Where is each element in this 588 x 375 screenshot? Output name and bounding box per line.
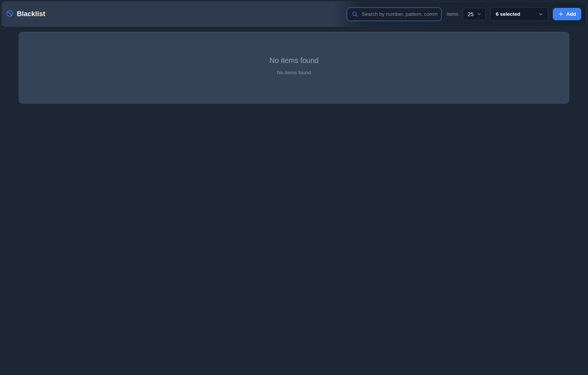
- page-title: Blacklist: [17, 10, 45, 18]
- plus-icon: [558, 11, 564, 17]
- empty-state-subtitle: No items found: [277, 70, 311, 75]
- add-button-label: Add: [566, 11, 576, 17]
- search-box[interactable]: [347, 8, 442, 21]
- header: Blacklist Items: 25 6 selected: [1, 2, 587, 27]
- items-per-page-label: Items:: [447, 12, 460, 17]
- items-per-page-select[interactable]: 25: [463, 8, 486, 20]
- header-title-group: Blacklist: [6, 10, 45, 19]
- add-button[interactable]: Add: [553, 8, 581, 20]
- items-per-page-value: 25: [468, 11, 474, 17]
- chevron-down-icon: [477, 12, 482, 16]
- search-icon: [352, 11, 358, 17]
- toolbar: Items: 25 6 selected: [347, 7, 581, 21]
- chevron-down-icon: [538, 12, 543, 17]
- empty-state-title: No items found: [269, 56, 318, 65]
- columns-select[interactable]: 6 selected: [490, 7, 548, 21]
- columns-select-value: 6 selected: [496, 11, 520, 17]
- empty-state-card: No items found No items found: [19, 32, 569, 104]
- ban-icon: [6, 10, 13, 19]
- main-content: No items found No items found: [0, 27, 588, 104]
- search-input[interactable]: [362, 11, 437, 17]
